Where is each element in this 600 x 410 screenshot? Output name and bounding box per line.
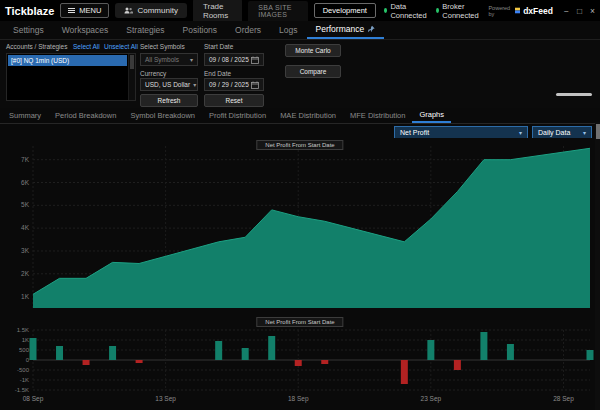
y-axis-tick-label: 3K <box>21 247 30 254</box>
chevron-down-icon: ▾ <box>193 81 196 88</box>
daily-net-profit-bar <box>268 336 275 360</box>
select-symbols-label: Select Symbols <box>140 43 185 50</box>
accounts-listbox: [#0] NQ 1min (USD) <box>6 53 136 101</box>
green-dot-icon <box>436 8 439 13</box>
tab-graphs[interactable]: Graphs <box>412 108 451 123</box>
nav-item-settings[interactable]: Settings <box>4 21 53 39</box>
daily-net-profit-bar <box>454 360 461 370</box>
workspace-tab-sba-site-images[interactable]: SBA SITE IMAGES <box>248 1 307 21</box>
y-axis-tick-label: -1K <box>20 377 29 383</box>
reset-button[interactable]: Reset <box>204 94 264 107</box>
vertical-scrollbar-thumb[interactable] <box>596 124 600 139</box>
listbox-scrollbar-thumb[interactable] <box>130 55 134 69</box>
daily-net-profit-bar <box>30 338 37 360</box>
start-date-input[interactable]: 09 / 08 / 2025 <box>204 53 264 66</box>
x-axis-tick-label: 23 Sep <box>421 395 442 403</box>
y-axis-tick-label: -1.5K <box>15 387 29 393</box>
environment-badge: Development <box>314 3 376 18</box>
chevron-down-icon: ▾ <box>190 56 193 63</box>
cumulative-chart-title: Net Profit From Start Date <box>256 140 343 150</box>
nav-item-workspaces[interactable]: Workspaces <box>53 21 118 39</box>
tab-period-breakdown[interactable]: Period Breakdown <box>48 108 123 123</box>
calendar-icon <box>251 56 259 64</box>
daily-net-profit-bar <box>480 332 487 360</box>
y-axis-tick-label: 1K <box>22 337 29 343</box>
performance-charts: 1K2K3K4K5K6K7K1.5K1K5000-500-1K-1.5K08 S… <box>0 138 600 410</box>
nav-item-logs[interactable]: Logs <box>270 21 306 39</box>
horizontal-scrollbar-thumb[interactable] <box>556 93 592 96</box>
y-axis-tick-label: 500 <box>19 347 30 353</box>
currency-dropdown-value: USD, US Dollar <box>145 81 190 88</box>
tickblaze-app: Tickblaze MENU Community Trade Rooms SBA… <box>0 0 600 410</box>
end-date-label: End Date <box>204 70 231 77</box>
y-axis-tick-label: 4K <box>21 224 30 231</box>
people-icon <box>124 7 133 14</box>
compare-button[interactable]: Compare <box>285 65 341 78</box>
account-list-item-selected[interactable]: [#0] NQ 1min (USD) <box>8 55 127 66</box>
x-axis-tick-label: 08 Sep <box>23 395 44 403</box>
nav-item-performance-label: Performance <box>316 24 365 34</box>
unselect-all-link[interactable]: Unselect All <box>104 43 138 50</box>
close-button[interactable]: × <box>590 6 595 16</box>
minimize-button[interactable]: − <box>564 6 569 16</box>
daily-net-profit-bar <box>56 346 63 360</box>
nav-item-positions[interactable]: Positions <box>174 21 227 39</box>
period-dropdown-value: Daily Data <box>538 129 570 136</box>
menu-button[interactable]: MENU <box>60 3 109 18</box>
data-connected-status: Data Connected <box>384 2 428 20</box>
report-tabs: Summary Period Breakdown Symbol Breakdow… <box>0 108 600 124</box>
end-date-input[interactable]: 09 / 29 / 2025 <box>204 78 264 91</box>
data-connected-label: Data Connected <box>390 2 428 20</box>
community-button[interactable]: Community <box>115 3 186 18</box>
nav-item-orders[interactable]: Orders <box>226 21 270 39</box>
titlebar: Tickblaze MENU Community Trade Rooms SBA… <box>0 0 600 21</box>
end-date-value: 09 / 29 / 2025 <box>209 81 249 88</box>
broker-connected-status: Broker Connected <box>436 2 480 20</box>
monte-carlo-button[interactable]: Monte Carlo <box>285 44 341 57</box>
hamburger-icon <box>68 8 75 13</box>
community-button-label: Community <box>137 6 177 15</box>
maximize-button[interactable]: □ <box>577 6 582 16</box>
y-axis-tick-label: 0 <box>26 357 30 363</box>
broker-connected-label: Broker Connected <box>442 2 480 20</box>
currency-dropdown[interactable]: USD, US Dollar ▾ <box>140 78 198 91</box>
accounts-strategies-label: Accounts / Strategies <box>6 43 67 50</box>
daily-net-profit-bar <box>215 341 222 360</box>
x-axis-tick-label: 18 Sep <box>288 395 309 403</box>
nav-item-performance[interactable]: Performance <box>307 21 385 39</box>
chevron-down-icon: ▾ <box>519 129 522 136</box>
daily-chart-title: Net Profit From Start Date <box>256 317 343 327</box>
pin-icon <box>368 25 375 33</box>
start-date-value: 09 / 08 / 2025 <box>209 56 249 63</box>
net-profit-area-series <box>33 148 590 308</box>
symbols-dropdown-value: All Symbols <box>145 56 179 63</box>
x-axis-tick-label: 28 Sep <box>553 395 574 403</box>
nav-item-strategies[interactable]: Strategies <box>117 21 173 39</box>
refresh-button[interactable]: Refresh <box>140 94 198 107</box>
tab-mae-distribution[interactable]: MAE Distribution <box>273 108 343 123</box>
symbols-dropdown[interactable]: All Symbols ▾ <box>140 53 198 66</box>
tab-mfe-distribution[interactable]: MFE Distribution <box>343 108 412 123</box>
filters-panel: Accounts / Strategies Select All Unselec… <box>0 40 600 108</box>
dxfeed-logo-icon <box>515 7 521 14</box>
workspace-tab-trade-rooms[interactable]: Trade Rooms <box>193 0 242 23</box>
select-all-link[interactable]: Select All <box>73 43 100 50</box>
daily-net-profit-bar <box>242 348 249 360</box>
tab-summary[interactable]: Summary <box>2 108 48 123</box>
charts-area: Net Profit From Start Date Net Profit Fr… <box>0 138 600 410</box>
daily-net-profit-bar <box>109 346 116 360</box>
daily-net-profit-bar <box>321 360 328 364</box>
daily-net-profit-bar <box>507 344 514 360</box>
vertical-scrollbar[interactable] <box>595 122 600 410</box>
listbox-scrollbar[interactable] <box>128 54 135 100</box>
tab-profit-distribution[interactable]: Profit Distribution <box>202 108 273 123</box>
start-date-label: Start Date <box>204 43 233 50</box>
y-axis-tick-label: 2K <box>21 270 30 277</box>
metric-dropdown-value: Net Profit <box>400 129 429 136</box>
window-controls: − □ × <box>564 6 595 16</box>
tab-symbol-breakdown[interactable]: Symbol Breakdown <box>123 108 202 123</box>
daily-net-profit-bar <box>295 360 302 366</box>
calendar-icon <box>251 81 259 89</box>
currency-label: Currency <box>140 70 166 77</box>
daily-net-profit-bar <box>83 360 90 365</box>
